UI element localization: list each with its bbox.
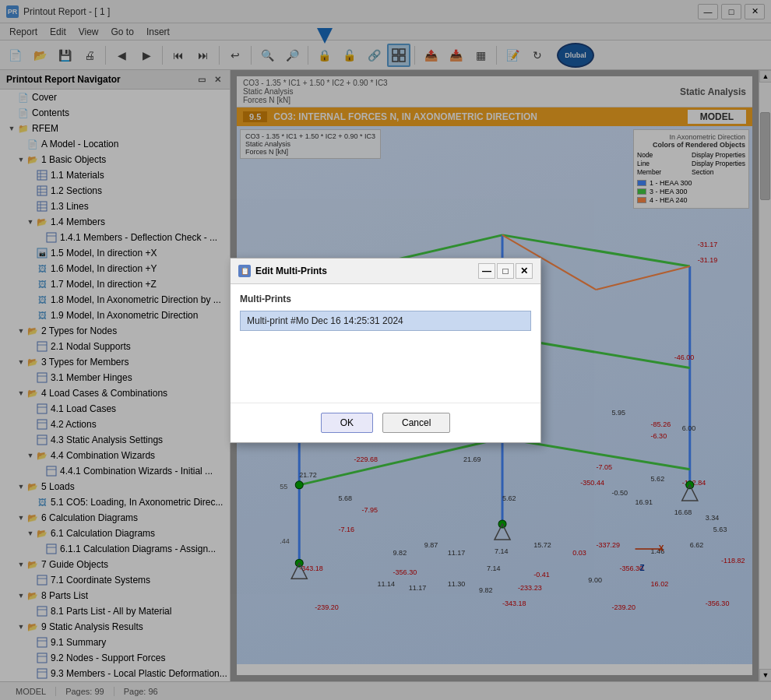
modal-cancel-button[interactable]: Cancel [382,413,450,433]
modal-spacer [231,340,540,403]
modal-maximize-button[interactable]: □ [497,263,514,279]
modal-footer: OK Cancel [231,403,540,442]
modal-list-item[interactable]: Multi-print #Mo Dec 16 14:25:31 2024 [240,311,531,331]
modal-close-button[interactable]: ✕ [516,263,533,279]
modal-body: Multi-Prints Multi-print #Mo Dec 16 14:2… [231,284,540,340]
modal-title-left: 📋 Edit Multi-Prints [238,265,327,277]
modal-section-header: Multi-Prints [240,294,531,304]
modal-titlebar: 📋 Edit Multi-Prints — □ ✕ [231,259,540,284]
modal-overlay: 📋 Edit Multi-Prints — □ ✕ Multi-Prints M… [0,0,771,700]
modal-edit-multiprints: 📋 Edit Multi-Prints — □ ✕ Multi-Prints M… [230,258,541,443]
modal-ok-button[interactable]: OK [321,413,373,433]
modal-controls: — □ ✕ [478,263,533,279]
modal-title-text: Edit Multi-Prints [255,266,327,276]
modal-icon: 📋 [238,265,251,277]
modal-minimize-button[interactable]: — [478,263,495,279]
